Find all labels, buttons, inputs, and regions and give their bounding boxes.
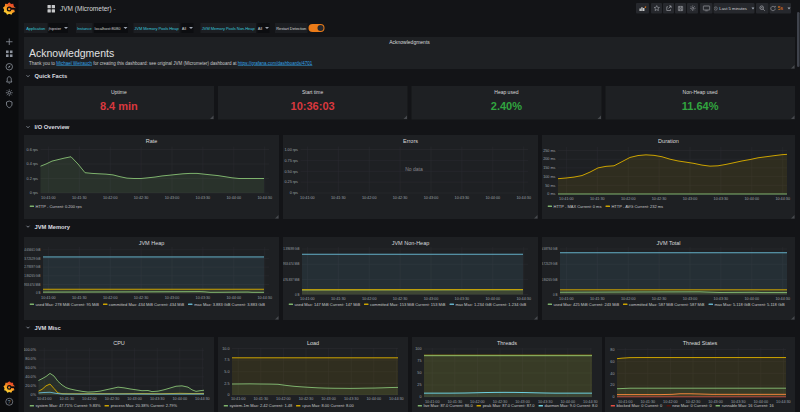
svg-text:10:41:00: 10:41:00 [37, 397, 52, 401]
svg-text:953.674 MiB: 953.674 MiB [283, 262, 300, 266]
svg-text:0.4 rps: 0.4 rps [27, 162, 39, 166]
svg-text:80: 80 [610, 348, 614, 352]
svg-text:0 B: 0 B [553, 293, 557, 297]
svg-text:10:42:00: 10:42:00 [362, 196, 377, 200]
svg-text:2.5: 2.5 [224, 382, 229, 386]
svg-text:10:44:00: 10:44:00 [485, 196, 500, 200]
svg-text:150 ms: 150 ms [543, 166, 555, 170]
svg-text:10:43:30: 10:43:30 [455, 297, 470, 301]
svg-text:10:43:30: 10:43:30 [714, 297, 729, 301]
svg-text:10:42:00: 10:42:00 [103, 296, 118, 300]
svg-text:60: 60 [610, 360, 614, 364]
svg-text:0 B: 0 B [295, 293, 299, 297]
svg-text:10.0: 10.0 [222, 347, 229, 351]
svg-text:10:42:00: 10:42:00 [103, 196, 118, 200]
svg-text:?: ? [8, 399, 11, 405]
svg-text:10:42:30: 10:42:30 [393, 196, 408, 200]
svg-text:10:42:00: 10:42:00 [621, 297, 636, 301]
svg-text:10:43:00: 10:43:00 [424, 297, 439, 301]
svg-text:0.2 rps: 0.2 rps [27, 177, 39, 181]
svg-text:3.72529 GiB: 3.72529 GiB [24, 257, 40, 261]
svg-text:10:44:30: 10:44:30 [775, 197, 790, 201]
svg-text:100: 100 [415, 347, 421, 351]
svg-text:10:41:00: 10:41:00 [41, 296, 56, 300]
svg-text:0.50 rps: 0.50 rps [284, 170, 298, 174]
svg-text:80.0%: 80.0% [25, 357, 36, 361]
svg-text:10:44:30: 10:44:30 [195, 397, 210, 401]
svg-text:10:41:30: 10:41:30 [59, 397, 74, 401]
svg-text:20: 20 [610, 383, 614, 387]
svg-text:10:41:00: 10:41:00 [300, 196, 315, 200]
svg-text:10:42:30: 10:42:30 [134, 296, 149, 300]
svg-text:10:42:00: 10:42:00 [82, 397, 97, 401]
svg-text:4.65661 GiB: 4.65661 GiB [24, 248, 40, 252]
svg-text:10:42:30: 10:42:30 [134, 196, 149, 200]
svg-text:0 rps: 0 rps [290, 191, 298, 195]
svg-text:10:44:30: 10:44:30 [516, 196, 531, 200]
svg-text:10:43:00: 10:43:00 [321, 397, 336, 401]
svg-text:5.0: 5.0 [224, 370, 229, 374]
svg-text:10:44:00: 10:44:00 [744, 197, 759, 201]
svg-text:10:43:30: 10:43:30 [196, 196, 211, 200]
svg-text:10:44:00: 10:44:00 [366, 397, 381, 401]
svg-text:10:44:00: 10:44:00 [744, 297, 759, 301]
svg-text:10:42:30: 10:42:30 [105, 397, 120, 401]
svg-text:10:41:30: 10:41:30 [253, 397, 268, 401]
svg-text:0 B: 0 B [36, 291, 40, 295]
svg-text:10:43:30: 10:43:30 [150, 397, 165, 401]
svg-text:0: 0 [612, 395, 614, 399]
svg-text:10:43:00: 10:43:00 [165, 196, 180, 200]
svg-text:1.86265 GiB: 1.86265 GiB [24, 274, 40, 278]
svg-text:60.0%: 60.0% [25, 366, 36, 370]
svg-text:10:41:30: 10:41:30 [590, 197, 605, 201]
svg-text:0: 0 [227, 393, 229, 397]
svg-text:100.0%: 100.0% [24, 348, 37, 352]
svg-text:10:41:00: 10:41:00 [300, 297, 315, 301]
svg-text:10:42:00: 10:42:00 [362, 297, 377, 301]
svg-text:20.0%: 20.0% [25, 384, 36, 388]
svg-text:953.674 MiB: 953.674 MiB [24, 283, 41, 287]
svg-text:5.58794 GiB: 5.58794 GiB [542, 247, 558, 251]
svg-text:75: 75 [417, 359, 421, 363]
svg-text:10:44:00: 10:44:00 [485, 297, 500, 301]
svg-text:1.39698 GiB: 1.39698 GiB [283, 247, 299, 251]
svg-text:10:42:30: 10:42:30 [393, 297, 408, 301]
svg-text:100 ms: 100 ms [543, 175, 555, 179]
svg-text:10:41:00: 10:41:00 [41, 196, 56, 200]
svg-text:10:43:00: 10:43:00 [165, 296, 180, 300]
svg-text:7.5: 7.5 [224, 358, 229, 362]
svg-text:50: 50 [417, 371, 421, 375]
svg-text:3.72529 GiB: 3.72529 GiB [542, 262, 558, 266]
svg-text:10:43:30: 10:43:30 [455, 196, 470, 200]
svg-text:10:44:30: 10:44:30 [257, 196, 272, 200]
svg-text:0 rps: 0 rps [30, 191, 38, 195]
svg-text:0.6 rps: 0.6 rps [27, 148, 39, 152]
svg-text:10:42:30: 10:42:30 [652, 297, 667, 301]
svg-text:10:44:00: 10:44:00 [172, 397, 187, 401]
svg-text:10:43:30: 10:43:30 [714, 197, 729, 201]
svg-text:10:42:00: 10:42:00 [276, 397, 291, 401]
svg-text:10:44:30: 10:44:30 [389, 397, 404, 401]
svg-text:40.0%: 40.0% [25, 375, 36, 379]
svg-text:10:44:30: 10:44:30 [775, 297, 790, 301]
svg-text:0: 0 [419, 395, 421, 399]
svg-text:10:41:00: 10:41:00 [559, 297, 574, 301]
svg-text:10:41:30: 10:41:30 [331, 297, 346, 301]
svg-text:10:41:00: 10:41:00 [231, 397, 246, 401]
svg-text:10:41:00: 10:41:00 [559, 197, 574, 201]
svg-text:0%: 0% [31, 393, 37, 397]
svg-text:1.00 rps: 1.00 rps [284, 148, 298, 152]
svg-text:10:43:30: 10:43:30 [196, 296, 211, 300]
svg-text:10:43:00: 10:43:00 [683, 297, 698, 301]
svg-text:40: 40 [610, 372, 614, 376]
svg-text:250 ms: 250 ms [543, 149, 555, 153]
svg-text:0.75 rps: 0.75 rps [284, 159, 298, 163]
svg-text:476.837 MiB: 476.837 MiB [283, 278, 300, 282]
svg-text:10:43:00: 10:43:00 [424, 196, 439, 200]
svg-text:0.25 rps: 0.25 rps [284, 180, 298, 184]
svg-text:0 ms: 0 ms [547, 192, 555, 196]
svg-text:2.79397 GiB: 2.79397 GiB [24, 265, 40, 269]
svg-text:10:42:30: 10:42:30 [299, 397, 314, 401]
svg-text:10:42:30: 10:42:30 [652, 197, 667, 201]
svg-text:50 ms: 50 ms [545, 184, 555, 188]
